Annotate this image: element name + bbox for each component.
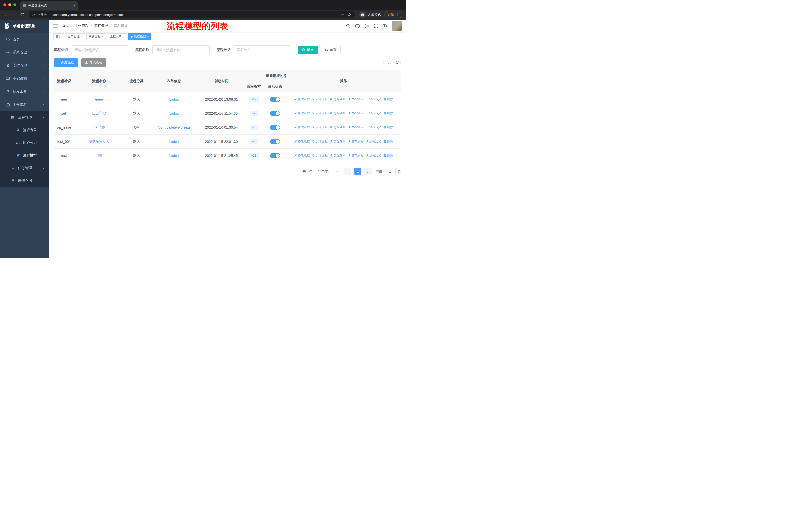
kebab-menu-icon[interactable]: ⋮	[396, 14, 400, 16]
sidebar-item-user-group[interactable]: 用户分组	[0, 137, 49, 149]
row-action-delete[interactable]: 删除	[383, 139, 393, 144]
sidebar-item-devtools[interactable]: 研发工具	[0, 85, 49, 98]
update-chip[interactable]: 更新 ⋮	[384, 11, 403, 18]
row-action-definition[interactable]: 流程定义	[366, 97, 381, 101]
font-size-icon[interactable]: TT	[383, 24, 387, 28]
tab-close-icon[interactable]: ×	[73, 3, 76, 7]
row-action-assign[interactable]: 分配规则	[330, 125, 346, 130]
process-name-input[interactable]	[152, 45, 210, 54]
category-select[interactable]: 流程分类	[234, 45, 291, 54]
sidebar-item-system[interactable]: 系统管理	[0, 46, 49, 59]
row-action-publish[interactable]: 发布流程	[348, 125, 364, 130]
row-action-assign[interactable]: 分配规则	[330, 139, 346, 144]
version-badge[interactable]: v4	[250, 139, 258, 144]
row-action-assign[interactable]: 分配规则	[330, 111, 346, 115]
tag-process-model[interactable]: 流程模型×	[128, 33, 151, 40]
cell-process-name-link[interactable]: 自己审批	[74, 106, 124, 120]
row-action-design[interactable]: 设计流程	[312, 97, 328, 101]
close-window-button[interactable]	[3, 3, 6, 6]
browser-tab[interactable]: 芋道管理系统 ×	[20, 1, 78, 9]
version-badge[interactable]: v17	[249, 97, 259, 102]
new-tab-button[interactable]: +	[82, 2, 85, 7]
sidebar-item-payment[interactable]: ¥ 支付管理	[0, 59, 49, 72]
close-icon[interactable]: ×	[81, 35, 83, 38]
row-action-publish[interactable]: 发布流程	[348, 97, 364, 101]
address-bar[interactable]: 不安全 dashboard.yudao.iocoder.cn/bpm/manag…	[29, 11, 355, 19]
version-badge[interactable]: v21	[249, 153, 259, 158]
cell-form-link[interactable]: biubiu	[149, 106, 199, 120]
cell-form-link[interactable]: biubiu	[149, 148, 199, 163]
row-action-edit[interactable]: 修改流程	[294, 111, 310, 115]
prev-page-button[interactable]: ‹	[344, 168, 351, 175]
row-action-publish[interactable]: 发布流程	[348, 139, 364, 144]
close-icon[interactable]: ×	[147, 35, 149, 38]
cell-process-name-link[interactable]: OA 请假	[74, 120, 124, 135]
sidebar-item-leave-query[interactable]: 请假查询	[0, 174, 49, 187]
tag-home[interactable]: 首页	[53, 33, 64, 40]
next-page-button[interactable]: ›	[365, 168, 372, 175]
row-action-publish[interactable]: 发布流程	[348, 154, 364, 158]
row-action-edit[interactable]: 修改流程	[294, 139, 310, 144]
tag-process-form[interactable]: 流程表单×	[107, 33, 127, 40]
row-action-delete[interactable]: 删除	[383, 154, 393, 158]
breadcrumb-item-home[interactable]: 首页	[62, 24, 69, 28]
row-action-edit[interactable]: 修改流程	[294, 154, 310, 158]
row-action-publish[interactable]: 发布流程	[348, 111, 364, 115]
key-icon[interactable]	[340, 12, 344, 17]
row-action-definition[interactable]: 流程定义	[366, 154, 381, 158]
sidebar-item-task-management[interactable]: 任务管理	[0, 162, 49, 174]
import-process-button[interactable]: 导入流程	[81, 58, 106, 66]
row-action-delete[interactable]: 删除	[383, 125, 393, 130]
cell-form-link[interactable]: biubiu	[149, 135, 199, 148]
refresh-circle-icon[interactable]	[394, 59, 401, 66]
active-status-toggle[interactable]	[270, 153, 280, 158]
row-action-definition[interactable]: 流程定义	[366, 111, 381, 115]
forward-button[interactable]: →	[10, 11, 18, 18]
sidebar-item-home[interactable]: 首页	[0, 33, 49, 46]
search-icon[interactable]	[346, 24, 350, 28]
cell-process-name-link[interactable]: 测试多审批人	[74, 135, 124, 148]
row-action-delete[interactable]: 删除	[383, 97, 393, 101]
security-indicator[interactable]: 不安全	[32, 12, 47, 17]
process-key-input[interactable]	[71, 45, 128, 54]
zoom-window-button[interactable]	[13, 3, 17, 6]
active-status-toggle[interactable]	[270, 97, 280, 102]
sidebar-item-process-management[interactable]: 流程管理	[0, 111, 49, 124]
row-action-delete[interactable]: 删除	[383, 111, 393, 115]
row-action-assign[interactable]: 分配规则	[330, 154, 346, 158]
cell-process-name-link[interactable]: eeee	[74, 92, 124, 106]
app-logo[interactable]: 芋道管理系统	[0, 20, 49, 33]
goto-page-input[interactable]	[384, 168, 396, 175]
version-badge[interactable]: v2	[250, 111, 258, 116]
hamburger-icon[interactable]	[53, 24, 58, 28]
close-icon[interactable]: ×	[102, 35, 104, 38]
incognito-indicator[interactable]: 无痕模式	[359, 11, 381, 18]
close-icon[interactable]: ×	[123, 35, 125, 38]
cell-process-name-link[interactable]: 滔博	[74, 148, 124, 163]
search-circle-icon[interactable]	[383, 59, 391, 66]
reset-button[interactable]: 重置	[321, 46, 341, 54]
active-status-toggle[interactable]	[270, 125, 280, 130]
row-action-assign[interactable]: 分配规则	[330, 97, 346, 101]
row-action-definition[interactable]: 流程定义	[366, 139, 381, 144]
sidebar-item-process-model[interactable]: 流程模型	[0, 149, 49, 162]
sidebar-item-infrastructure[interactable]: 基础设施	[0, 72, 49, 85]
fullscreen-icon[interactable]	[374, 24, 378, 28]
github-icon[interactable]	[355, 24, 360, 28]
help-icon[interactable]: ?	[365, 24, 369, 28]
row-action-edit[interactable]: 修改流程	[294, 97, 310, 101]
sidebar-item-workflow[interactable]: 工作流程	[0, 98, 49, 111]
user-avatar[interactable]	[392, 21, 402, 31]
active-status-toggle[interactable]	[270, 139, 280, 144]
row-action-design[interactable]: 设计流程	[312, 125, 328, 130]
row-action-design[interactable]: 设计流程	[312, 139, 328, 144]
cell-form-link[interactable]: /bpm/oa/leave/create	[149, 120, 199, 135]
tag-tenant[interactable]: 租户管理×	[65, 33, 85, 40]
row-action-design[interactable]: 设计流程	[312, 111, 328, 115]
breadcrumb-item-workflow[interactable]: 工作流程	[75, 24, 89, 28]
row-action-design[interactable]: 设计流程	[312, 154, 328, 158]
row-action-edit[interactable]: 修改流程	[294, 125, 310, 130]
version-badge[interactable]: v5	[250, 125, 258, 130]
page-size-select[interactable]: 10条/页	[316, 168, 341, 175]
search-button[interactable]: 搜索	[298, 46, 318, 54]
